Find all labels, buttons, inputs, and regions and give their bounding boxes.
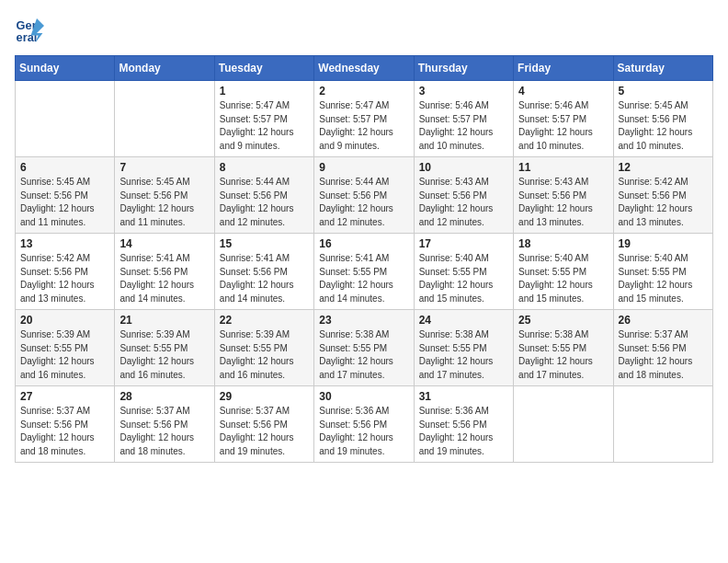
calendar-cell: 7Sunrise: 5:45 AMSunset: 5:56 PMDaylight… — [115, 157, 214, 234]
calendar-week-4: 20Sunrise: 5:39 AMSunset: 5:55 PMDayligh… — [16, 310, 713, 386]
day-info: Sunrise: 5:38 AMSunset: 5:55 PMDaylight:… — [518, 328, 608, 382]
day-info: Sunrise: 5:40 AMSunset: 5:55 PMDaylight:… — [619, 252, 708, 305]
logo: Gen eral — [15, 15, 48, 44]
day-number: 14 — [119, 237, 209, 250]
day-info: Sunrise: 5:36 AMSunset: 5:56 PMDaylight:… — [319, 405, 408, 458]
calendar-cell: 25Sunrise: 5:38 AMSunset: 5:55 PMDayligh… — [514, 310, 613, 386]
day-number: 19 — [619, 237, 708, 250]
day-info: Sunrise: 5:45 AMSunset: 5:56 PMDaylight:… — [20, 176, 109, 229]
calendar-cell: 19Sunrise: 5:40 AMSunset: 5:55 PMDayligh… — [613, 234, 712, 310]
header-tuesday: Tuesday — [214, 56, 313, 81]
day-number: 7 — [119, 161, 209, 174]
header-friday: Friday — [514, 56, 613, 81]
day-info: Sunrise: 5:41 AMSunset: 5:56 PMDaylight:… — [220, 252, 309, 305]
header-sunday: Sunday — [16, 56, 115, 81]
day-number: 17 — [419, 237, 508, 250]
calendar-cell: 13Sunrise: 5:42 AMSunset: 5:56 PMDayligh… — [16, 234, 115, 310]
calendar-cell — [16, 81, 115, 157]
calendar-week-1: 1Sunrise: 5:47 AMSunset: 5:57 PMDaylight… — [16, 81, 713, 157]
day-info: Sunrise: 5:38 AMSunset: 5:55 PMDaylight:… — [419, 328, 508, 382]
day-info: Sunrise: 5:41 AMSunset: 5:55 PMDaylight:… — [319, 252, 408, 305]
day-number: 5 — [619, 85, 708, 98]
day-info: Sunrise: 5:47 AMSunset: 5:57 PMDaylight:… — [220, 99, 309, 153]
calendar-cell: 3Sunrise: 5:46 AMSunset: 5:57 PMDaylight… — [414, 81, 513, 157]
day-info: Sunrise: 5:43 AMSunset: 5:56 PMDaylight:… — [518, 176, 608, 229]
day-number: 31 — [419, 390, 508, 403]
day-number: 1 — [220, 85, 309, 98]
day-number: 15 — [220, 237, 309, 250]
day-info: Sunrise: 5:39 AMSunset: 5:55 PMDaylight:… — [20, 328, 109, 382]
day-info: Sunrise: 5:45 AMSunset: 5:56 PMDaylight:… — [619, 99, 708, 153]
header-thursday: Thursday — [414, 56, 513, 81]
day-number: 10 — [419, 161, 508, 174]
calendar-week-5: 27Sunrise: 5:37 AMSunset: 5:56 PMDayligh… — [16, 386, 713, 463]
day-info: Sunrise: 5:40 AMSunset: 5:55 PMDaylight:… — [518, 252, 608, 305]
calendar-cell: 1Sunrise: 5:47 AMSunset: 5:57 PMDaylight… — [214, 81, 313, 157]
day-number: 16 — [319, 237, 408, 250]
calendar-cell: 24Sunrise: 5:38 AMSunset: 5:55 PMDayligh… — [414, 310, 513, 386]
day-number: 29 — [220, 390, 309, 403]
header-monday: Monday — [115, 56, 214, 81]
calendar-header-row: SundayMondayTuesdayWednesdayThursdayFrid… — [16, 56, 713, 81]
day-info: Sunrise: 5:46 AMSunset: 5:57 PMDaylight:… — [419, 99, 508, 153]
day-number: 25 — [518, 314, 608, 327]
day-info: Sunrise: 5:37 AMSunset: 5:56 PMDaylight:… — [619, 328, 708, 382]
day-number: 2 — [319, 85, 408, 98]
day-number: 28 — [119, 390, 209, 403]
day-number: 22 — [220, 314, 309, 327]
calendar-cell: 2Sunrise: 5:47 AMSunset: 5:57 PMDaylight… — [314, 81, 414, 157]
calendar-cell: 20Sunrise: 5:39 AMSunset: 5:55 PMDayligh… — [16, 310, 115, 386]
calendar-cell: 12Sunrise: 5:42 AMSunset: 5:56 PMDayligh… — [613, 157, 712, 234]
day-number: 8 — [220, 161, 309, 174]
day-info: Sunrise: 5:46 AMSunset: 5:57 PMDaylight:… — [518, 99, 608, 153]
calendar-cell: 28Sunrise: 5:37 AMSunset: 5:56 PMDayligh… — [115, 386, 214, 463]
day-info: Sunrise: 5:43 AMSunset: 5:56 PMDaylight:… — [419, 176, 508, 229]
calendar-cell — [613, 386, 712, 463]
day-info: Sunrise: 5:40 AMSunset: 5:55 PMDaylight:… — [419, 252, 508, 305]
day-number: 9 — [319, 161, 408, 174]
day-info: Sunrise: 5:41 AMSunset: 5:56 PMDaylight:… — [119, 252, 209, 305]
calendar-table: SundayMondayTuesdayWednesdayThursdayFrid… — [15, 55, 713, 463]
day-info: Sunrise: 5:42 AMSunset: 5:56 PMDaylight:… — [619, 176, 708, 229]
day-number: 4 — [518, 85, 608, 98]
calendar-cell: 16Sunrise: 5:41 AMSunset: 5:55 PMDayligh… — [314, 234, 414, 310]
calendar-cell: 5Sunrise: 5:45 AMSunset: 5:56 PMDaylight… — [613, 81, 712, 157]
calendar-cell: 26Sunrise: 5:37 AMSunset: 5:56 PMDayligh… — [613, 310, 712, 386]
day-number: 21 — [119, 314, 209, 327]
day-number: 26 — [619, 314, 708, 327]
calendar-cell — [514, 386, 613, 463]
calendar-cell: 23Sunrise: 5:38 AMSunset: 5:55 PMDayligh… — [314, 310, 414, 386]
calendar-cell: 15Sunrise: 5:41 AMSunset: 5:56 PMDayligh… — [214, 234, 313, 310]
day-number: 20 — [20, 314, 109, 327]
day-info: Sunrise: 5:47 AMSunset: 5:57 PMDaylight:… — [319, 99, 408, 153]
day-info: Sunrise: 5:37 AMSunset: 5:56 PMDaylight:… — [20, 405, 109, 458]
calendar-cell: 9Sunrise: 5:44 AMSunset: 5:56 PMDaylight… — [314, 157, 414, 234]
day-info: Sunrise: 5:36 AMSunset: 5:56 PMDaylight:… — [419, 405, 508, 458]
calendar-cell: 11Sunrise: 5:43 AMSunset: 5:56 PMDayligh… — [514, 157, 613, 234]
calendar-cell: 10Sunrise: 5:43 AMSunset: 5:56 PMDayligh… — [414, 157, 513, 234]
day-info: Sunrise: 5:37 AMSunset: 5:56 PMDaylight:… — [119, 405, 209, 458]
calendar-cell: 22Sunrise: 5:39 AMSunset: 5:55 PMDayligh… — [214, 310, 313, 386]
day-info: Sunrise: 5:45 AMSunset: 5:56 PMDaylight:… — [119, 176, 209, 229]
day-number: 18 — [518, 237, 608, 250]
day-info: Sunrise: 5:39 AMSunset: 5:55 PMDaylight:… — [220, 328, 309, 382]
day-number: 12 — [619, 161, 708, 174]
header-saturday: Saturday — [613, 56, 712, 81]
page-header: Gen eral — [15, 15, 713, 44]
day-info: Sunrise: 5:37 AMSunset: 5:56 PMDaylight:… — [220, 405, 309, 458]
calendar-cell: 21Sunrise: 5:39 AMSunset: 5:55 PMDayligh… — [115, 310, 214, 386]
logo-icon: Gen eral — [15, 15, 44, 44]
calendar-week-2: 6Sunrise: 5:45 AMSunset: 5:56 PMDaylight… — [16, 157, 713, 234]
calendar-cell — [115, 81, 214, 157]
header-wednesday: Wednesday — [314, 56, 414, 81]
day-number: 24 — [419, 314, 508, 327]
day-number: 23 — [319, 314, 408, 327]
calendar-cell: 31Sunrise: 5:36 AMSunset: 5:56 PMDayligh… — [414, 386, 513, 463]
calendar-cell: 27Sunrise: 5:37 AMSunset: 5:56 PMDayligh… — [16, 386, 115, 463]
day-info: Sunrise: 5:42 AMSunset: 5:56 PMDaylight:… — [20, 252, 109, 305]
day-number: 3 — [419, 85, 508, 98]
calendar-cell: 8Sunrise: 5:44 AMSunset: 5:56 PMDaylight… — [214, 157, 313, 234]
calendar-cell: 6Sunrise: 5:45 AMSunset: 5:56 PMDaylight… — [16, 157, 115, 234]
calendar-week-3: 13Sunrise: 5:42 AMSunset: 5:56 PMDayligh… — [16, 234, 713, 310]
day-number: 11 — [518, 161, 608, 174]
